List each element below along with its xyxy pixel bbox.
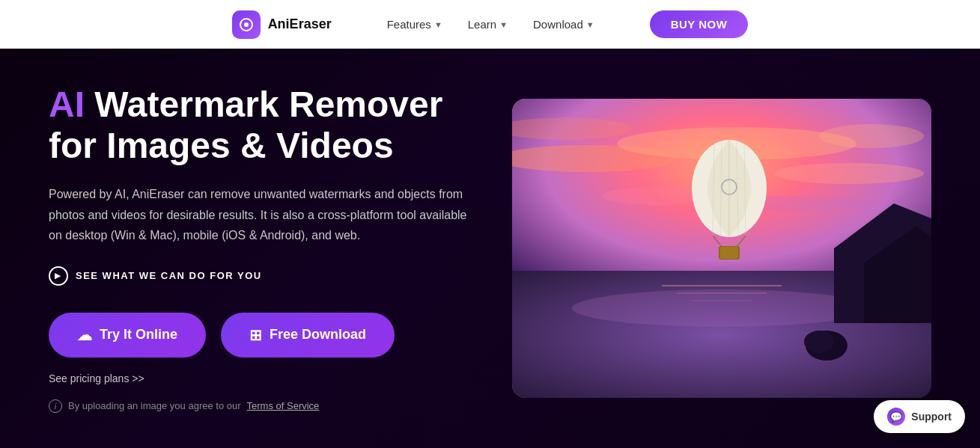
nav-download[interactable]: Download ▼	[523, 12, 605, 37]
hero-content: AI Watermark Remover for Images & Videos…	[49, 84, 467, 413]
logo-icon	[232, 10, 261, 39]
nav-learn[interactable]: Learn ▼	[457, 12, 518, 37]
learn-label: Learn	[468, 18, 496, 31]
download-label: Download	[533, 18, 583, 31]
windows-icon: ⊞	[249, 326, 262, 344]
svg-rect-29	[720, 247, 738, 259]
hero-title-rest: Watermark Remover for Images & Videos	[49, 85, 442, 165]
watch-label: SEE WHAT WE CAN DO FOR YOU	[76, 270, 262, 281]
buy-now-button[interactable]: BUY NOW	[650, 10, 749, 38]
play-icon: ▶	[49, 266, 68, 286]
watch-video-link[interactable]: ▶ SEE WHAT WE CAN DO FOR YOU	[49, 266, 467, 286]
free-download-label: Free Download	[270, 327, 366, 343]
terms-text: By uploading an image you agree to our	[68, 400, 241, 411]
cloud-upload-icon: ☁	[77, 326, 92, 344]
features-label: Features	[387, 18, 431, 31]
hero-image	[512, 99, 931, 398]
hero-image-area	[512, 99, 931, 398]
info-icon: i	[49, 399, 62, 413]
svg-point-1	[244, 22, 249, 27]
cta-buttons: ☁ Try It Online ⊞ Free Download	[49, 313, 467, 358]
svg-point-7	[819, 124, 924, 148]
learn-chevron-icon: ▼	[499, 20, 508, 29]
hero-title: AI Watermark Remover for Images & Videos	[49, 84, 467, 166]
svg-point-5	[774, 163, 924, 184]
pricing-plans-link[interactable]: See pricing plans >>	[49, 372, 467, 384]
try-online-button[interactable]: ☁ Try It Online	[49, 313, 206, 358]
free-download-button[interactable]: ⊞ Free Download	[221, 313, 395, 358]
navbar: AniEraser Features ▼ Learn ▼ Download ▼ …	[0, 0, 980, 49]
terms-line: i By uploading an image you agree to our…	[49, 399, 467, 413]
svg-point-18	[804, 331, 834, 353]
logo-area[interactable]: AniEraser	[232, 10, 332, 39]
hero-section: AI Watermark Remover for Images & Videos…	[0, 49, 980, 448]
svg-point-11	[572, 289, 871, 327]
support-label: Support	[911, 411, 952, 423]
features-chevron-icon: ▼	[434, 20, 442, 29]
hero-description: Powered by AI, AniEraser can remove unwa…	[49, 184, 467, 245]
tos-link[interactable]: Terms of Service	[247, 400, 320, 411]
try-online-label: Try It Online	[100, 327, 177, 343]
hero-scene-svg	[512, 99, 931, 398]
support-icon: 💬	[887, 408, 905, 426]
logo-name: AniEraser	[268, 16, 332, 32]
nav-features[interactable]: Features ▼	[377, 12, 453, 37]
hero-title-ai: AI	[49, 85, 85, 124]
support-button[interactable]: 💬 Support	[874, 400, 965, 433]
download-chevron-icon: ▼	[586, 20, 594, 29]
nav-links: Features ▼ Learn ▼ Download ▼	[377, 12, 605, 37]
